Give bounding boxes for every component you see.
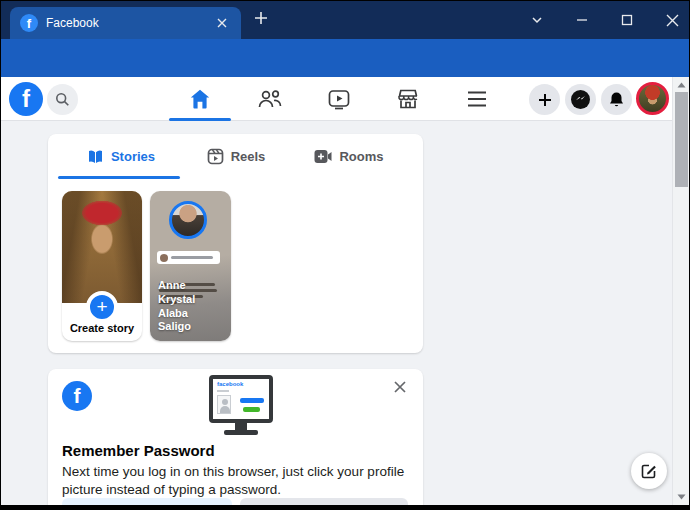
facebook-logo[interactable]: f [9, 82, 43, 116]
create-button[interactable] [529, 84, 560, 115]
window-close-button[interactable] [660, 8, 684, 32]
dialog-title: Remember Password [62, 442, 215, 459]
tab-reels-label: Reels [231, 149, 266, 164]
rooms-icon [314, 149, 332, 164]
friends-icon [257, 87, 283, 111]
facebook-favicon-icon: f [20, 14, 38, 32]
story-tag-avatar [160, 254, 168, 262]
facebook-navbar: f [1, 77, 689, 121]
monitor-blue-bar [240, 398, 264, 403]
facebook-logo-small: f [62, 381, 92, 411]
stories-card: Stories Reels Rooms + Create story [48, 134, 423, 353]
story-author-name: Anne Krystal Alaba Saligo [158, 279, 224, 334]
nav-tab-menu[interactable] [449, 77, 505, 120]
new-tab-button[interactable] [253, 10, 275, 32]
create-story-card[interactable]: + Create story [62, 191, 142, 341]
dialog-body-text: Next time you log in on this browser, ju… [62, 463, 410, 499]
notifications-button[interactable] [601, 84, 632, 115]
search-icon [55, 92, 70, 107]
monitor-screen: facebook [209, 375, 273, 423]
nav-tab-marketplace[interactable] [380, 77, 436, 120]
not-now-button[interactable]: Not Now [240, 498, 408, 505]
tab-stories[interactable]: Stories [66, 134, 176, 178]
browser-tab-facebook[interactable]: f Facebook [10, 7, 241, 39]
marketplace-icon [396, 87, 420, 111]
create-story-plus-icon[interactable]: + [86, 291, 118, 323]
compose-pencil-icon [641, 463, 657, 479]
tab-title: Facebook [46, 16, 213, 30]
tab-rooms-label: Rooms [339, 149, 383, 164]
window-maximize-button[interactable] [615, 8, 639, 32]
tab-rooms[interactable]: Rooms [294, 134, 404, 178]
window-minimize-button[interactable] [570, 8, 594, 32]
story-tag-pill [157, 251, 220, 264]
page-content: Stories Reels Rooms + Create story [1, 121, 689, 505]
reels-icon [207, 148, 224, 165]
scrollbar-down-arrow[interactable] [673, 490, 689, 504]
browser-window: f Facebook [1, 1, 689, 505]
messenger-icon [571, 90, 590, 109]
stories-book-icon [87, 148, 104, 165]
browser-toolbar: facebook.com [1, 39, 689, 77]
home-icon [188, 87, 212, 111]
profile-avatar[interactable] [636, 82, 669, 115]
monitor-avatar-placeholder [217, 395, 231, 414]
story-author-avatar [169, 201, 207, 239]
browser-titlebar: f Facebook [1, 1, 689, 39]
nav-tab-home[interactable] [172, 77, 228, 120]
messenger-button[interactable] [565, 84, 596, 115]
page-scrollbar[interactable] [672, 77, 689, 505]
remember-password-dialog: f facebook Remember Password Next time y… [48, 369, 423, 505]
hamburger-menu-icon [466, 90, 488, 108]
monitor-green-bar [243, 407, 260, 412]
monitor-brand-underline [217, 390, 229, 392]
scrollbar-thumb[interactable] [675, 92, 688, 187]
create-story-label: Create story [62, 322, 142, 334]
monitor-stand-base [224, 430, 258, 435]
search-button[interactable] [47, 84, 78, 115]
stories-tab-underline [58, 176, 180, 179]
tab-stories-label: Stories [111, 149, 155, 164]
tab-close-icon[interactable] [213, 14, 231, 32]
screenshot-frame: f Facebook [0, 0, 690, 510]
monitor-brand-text: facebook [217, 381, 243, 387]
dialog-close-icon[interactable] [388, 375, 412, 399]
ok-button[interactable]: OK [62, 498, 232, 505]
create-story-image [62, 191, 142, 303]
story-tag-text-line [171, 256, 213, 259]
monitor-stand-neck [235, 423, 247, 430]
tab-search-chevron-icon[interactable] [525, 8, 549, 32]
compose-fab-button[interactable] [631, 453, 667, 489]
watch-icon [327, 87, 351, 111]
friend-story-card[interactable]: Anne Krystal Alaba Saligo [150, 191, 231, 341]
bell-icon [608, 91, 625, 108]
tab-reels[interactable]: Reels [181, 134, 291, 178]
scrollbar-up-arrow[interactable] [673, 78, 689, 92]
plus-icon [537, 92, 553, 108]
nav-tab-friends[interactable] [242, 77, 298, 120]
monitor-illustration: facebook [206, 375, 276, 435]
nav-tab-watch[interactable] [311, 77, 367, 120]
